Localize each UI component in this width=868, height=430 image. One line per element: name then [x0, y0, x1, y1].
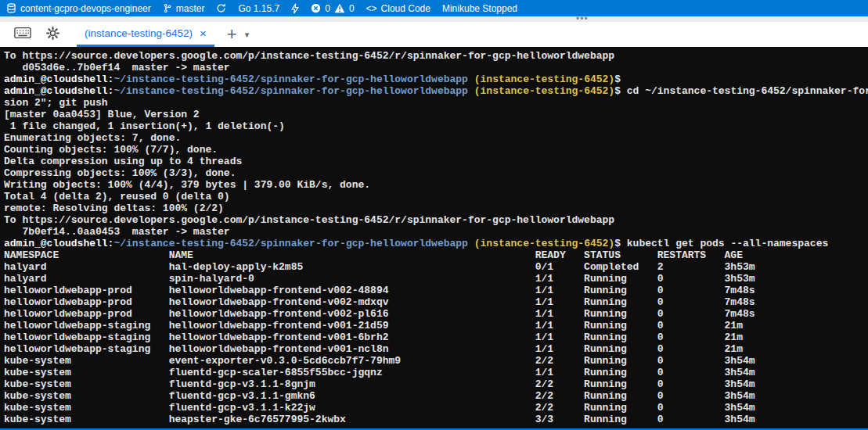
terminal-tabbar: ••• (instance-testing-6452) × [0, 16, 868, 47]
terminal-output[interactable]: To https://source.developers.google.com/… [0, 47, 868, 428]
terminal-tab-label: (instance-testing-6452) [85, 27, 193, 39]
terminal-line: 1 file changed, 1 insertion(+), 1 deleti… [4, 120, 868, 132]
error-count: 0 [325, 3, 330, 14]
pods-table-row: halyard spin-halyard-0 1/1 Running 0 3h5… [4, 273, 868, 285]
terminal-line: [master 0aa0453] Blue, Version 2 [4, 109, 868, 120]
terminal-settings-button[interactable] [42, 25, 63, 44]
pods-table-row: kube-system fluentd-gcp-v3.1.1-k22jw 2/2… [4, 402, 868, 414]
code-brackets-icon: <> [366, 4, 377, 13]
warning-icon [334, 3, 345, 13]
terminal-line: To https://source.developers.google.com/… [4, 214, 868, 226]
go-version-button[interactable]: Go 1.15.7 [238, 3, 279, 14]
terminal-line: admin_@cloudshell:~/instance-testing-645… [4, 238, 868, 249]
terminal-line: sion 2"; git push [4, 97, 868, 109]
terminal-line: admin_@cloudshell:~/instance-testing-645… [4, 73, 868, 85]
pods-table-row: kube-system fluentd-gcp-v3.1.1-gmkn6 2/2… [4, 390, 868, 402]
cloud-code-button[interactable]: <> Cloud Code [366, 3, 430, 14]
minikube-status-button[interactable]: Minikube Stopped [442, 3, 517, 14]
pods-table-row: halyard hal-deploy-apply-k2m85 0/1 Compl… [4, 261, 868, 273]
git-branch-button[interactable]: master [163, 3, 205, 14]
pods-table-row: helloworldwebapp-staging helloworldwebap… [4, 343, 868, 355]
keyboard-icon [14, 27, 31, 42]
problems-button[interactable]: 0 0 [311, 3, 354, 14]
pods-table-row: helloworldwebapp-staging helloworldwebap… [4, 331, 868, 343]
warning-count: 0 [349, 3, 355, 14]
terminal-line: Delta compression using up to 4 threads [4, 156, 868, 167]
sync-button[interactable] [216, 3, 226, 13]
terminal-line: d053d6e..7b0ef14 master -> master [4, 62, 868, 73]
terminal-line: admin_@cloudshell:~/instance-testing-645… [4, 85, 868, 97]
tab-terminal-instance-testing-6452[interactable]: (instance-testing-6452) × [77, 22, 214, 47]
branch-label: master [176, 3, 205, 14]
pods-table-row: helloworldwebapp-staging helloworldwebap… [4, 320, 868, 331]
pods-table-row: kube-system event-exporter-v0.3.0-5cd6cc… [4, 355, 868, 367]
branch-icon [163, 3, 172, 13]
error-icon [311, 3, 321, 13]
keyboard-button[interactable] [13, 25, 33, 44]
panel-divider: ••• [0, 16, 868, 22]
go-version-label: Go 1.15.7 [238, 3, 279, 14]
lightning-icon [291, 3, 299, 14]
terminal-line: Writing objects: 100% (4/4), 379 bytes |… [4, 179, 868, 191]
minikube-status-label: Minikube Stopped [442, 3, 517, 14]
pods-table-row: helloworldwebapp-prod helloworldwebapp-f… [4, 308, 868, 320]
pods-table-row: kube-system heapster-gke-6c76577995-2kwb… [4, 414, 868, 425]
sync-icon [216, 3, 226, 13]
pods-table-row: kube-system fluentd-gcp-scaler-6855f55bc… [4, 367, 868, 378]
tab-close-icon[interactable]: × [200, 27, 207, 39]
project-label: content-gcpro-devops-engineer [20, 3, 151, 14]
terminal-line: 7b0ef14..0aa0453 master -> master [4, 226, 868, 238]
database-icon [6, 3, 16, 13]
pods-table-header: NAMESPACE NAME READY STATUS RESTARTS AGE [4, 249, 868, 261]
pods-table-row: helloworldwebapp-prod helloworldwebapp-f… [4, 296, 868, 308]
chevron-down-icon[interactable]: ▾ [245, 30, 250, 40]
lightning-button[interactable] [291, 3, 299, 14]
terminal-line: Total 4 (delta 2), reused 0 (delta 0) [4, 191, 868, 202]
terminal-line: remote: Resolving deltas: 100% (2/2) [4, 202, 868, 214]
terminal-line: Counting objects: 100% (7/7), done. [4, 144, 868, 156]
pods-table-row: kube-system fluentd-gcp-v3.1.1-8gnjm 2/2… [4, 378, 868, 390]
new-terminal-button[interactable]: + [227, 26, 237, 43]
terminal-line: Compressing objects: 100% (3/3), done. [4, 167, 868, 179]
pods-table-row: helloworldwebapp-prod helloworldwebapp-f… [4, 285, 868, 296]
terminal-line: Enumerating objects: 7, done. [4, 132, 868, 144]
statusbar: content-gcpro-devops-engineer master Go … [0, 0, 868, 16]
gear-icon [45, 26, 60, 44]
cloud-code-label: Cloud Code [381, 3, 430, 14]
project-selector[interactable]: content-gcpro-devops-engineer [6, 3, 151, 14]
terminal-line: To https://source.developers.google.com/… [4, 50, 868, 62]
